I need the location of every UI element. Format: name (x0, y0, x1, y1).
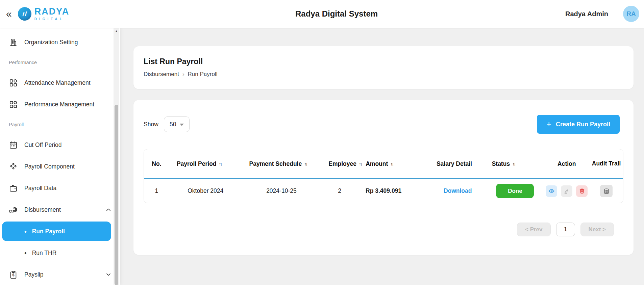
create-button-label: Create Run Payroll (556, 121, 610, 128)
sort-arrows-icon: ↑↓ (219, 161, 222, 166)
column-label: Employee (328, 160, 356, 167)
plus-icon: + (546, 120, 551, 128)
column-header-amount[interactable]: Amount ↑↓ (366, 160, 393, 167)
payslip-icon: $ (9, 270, 18, 279)
sidebar-item-label: Payslip (24, 271, 43, 278)
sidebar: Organization Setting Performance Attenda… (0, 28, 120, 285)
view-button[interactable] (546, 185, 557, 197)
delete-button[interactable] (576, 185, 588, 197)
svg-text:$: $ (13, 273, 15, 277)
column-label: Payment Schedule (249, 160, 302, 167)
eye-icon (548, 188, 555, 194)
table-row: 1 Oktober 2024 2024-10-25 2 Rp 3.409.091… (144, 179, 623, 203)
pagination: < Prev Next > (144, 223, 623, 236)
grid-icon (9, 78, 18, 87)
create-run-payroll-button[interactable]: + Create Run Payroll (537, 115, 620, 134)
column-label: Payroll Period (177, 160, 217, 167)
table-toolbar: Show 50 + Create Run Payroll (144, 115, 623, 134)
sidebar-section-payroll: Payroll (0, 115, 120, 134)
bullet-icon: • (24, 250, 27, 256)
show-label: Show (144, 121, 158, 128)
caret-down-icon (180, 124, 184, 126)
page-size-select[interactable]: 50 (164, 116, 190, 132)
scrollbar-thumb[interactable] (115, 105, 118, 285)
page-size-value: 50 (170, 121, 176, 128)
column-header-audit-trail: Audit Trail (590, 159, 623, 168)
scroll-up-arrow-icon[interactable]: ▲ (114, 29, 119, 33)
sidebar-item-label: Run THR (32, 250, 57, 257)
edit-button[interactable] (561, 185, 572, 197)
next-page-button[interactable]: Next > (580, 223, 614, 236)
sort-arrows-icon: ↑↓ (390, 161, 393, 166)
prev-page-button[interactable]: < Prev (517, 223, 551, 236)
page-title: List Run Payroll (144, 57, 623, 66)
page-header-card: List Run Payroll Disbursement › Run Payr… (133, 46, 634, 89)
app-header: « rl RADYA DIGITAL Radya Digital System … (0, 0, 644, 28)
sidebar-collapse-icon[interactable]: « (6, 9, 12, 19)
cell-payroll-period: Oktober 2024 (169, 187, 242, 195)
download-link[interactable]: Download (444, 187, 472, 195)
user-name: Radya Admin (565, 10, 608, 18)
app-title: Radya Digital System (295, 9, 378, 19)
sidebar-item-label: Performance Management (24, 101, 94, 108)
calendar-icon (9, 140, 18, 150)
sidebar-item-payroll-component[interactable]: Payroll Component (0, 156, 120, 177)
list-card: Show 50 + Create Run Payroll No. Payroll… (133, 100, 634, 255)
pencil-icon (564, 188, 570, 194)
sidebar-item-organization-setting[interactable]: Organization Setting (0, 31, 120, 53)
column-header-action: Action (544, 160, 590, 167)
trash-icon (579, 188, 585, 194)
breadcrumb-parent[interactable]: Disbursement (144, 71, 179, 78)
sidebar-item-label: Run Payroll (32, 228, 65, 235)
column-label: Status (492, 160, 510, 167)
sidebar-item-disbursement[interactable]: Disbursement (0, 199, 120, 221)
grid-icon (9, 100, 18, 109)
column-label: Amount (366, 160, 388, 167)
run-payroll-table: No. Payroll Period ↑↓ Payment Schedule ↑… (144, 149, 623, 203)
cell-amount: Rp 3.409.091 (358, 187, 429, 195)
breadcrumb-separator-icon: › (182, 71, 184, 78)
diamonds-icon (9, 162, 18, 171)
cell-payment-schedule: 2024-10-25 (242, 187, 321, 195)
sidebar-item-label: Cut Off Period (24, 141, 62, 149)
column-header-employee[interactable]: Employee ↑↓ (328, 160, 362, 167)
sidebar-item-performance-management[interactable]: Performance Management (0, 94, 120, 115)
chevron-down-icon (105, 271, 112, 278)
bullet-icon: • (24, 228, 27, 235)
sidebar-item-label: Payroll Data (24, 185, 56, 192)
cell-employee: 2 (321, 187, 358, 195)
sidebar-item-label: Payroll Component (24, 163, 75, 170)
hand-coins-icon (9, 205, 18, 214)
main-content: List Run Payroll Disbursement › Run Payr… (120, 28, 644, 285)
column-header-status[interactable]: Status ↑↓ (492, 160, 515, 167)
chevron-up-icon (105, 206, 112, 213)
sidebar-item-attendance-management[interactable]: Attendance Management (0, 72, 120, 94)
sidebar-item-label: Attendance Management (24, 79, 91, 86)
logo-subtitle: DIGITAL (34, 17, 70, 21)
clipboard-list-icon (603, 188, 610, 195)
sort-arrows-icon: ↑↓ (304, 161, 307, 166)
sidebar-subitem-run-thr[interactable]: • Run THR (0, 242, 120, 264)
sidebar-subitem-run-payroll[interactable]: • Run Payroll (2, 222, 111, 241)
sidebar-scrollbar[interactable]: ▲ (114, 28, 119, 285)
building-icon (9, 38, 18, 47)
column-header-salary-detail: Salary Detail (429, 160, 487, 167)
sidebar-item-label: Disbursement (24, 206, 61, 213)
sidebar-section-performance: Performance (0, 53, 120, 72)
sidebar-item-cut-off-period[interactable]: Cut Off Period (0, 134, 120, 156)
sidebar-item-payroll-data[interactable]: Payroll Data (0, 177, 120, 199)
audit-trail-button[interactable] (600, 185, 613, 197)
sidebar-item-label: Organization Setting (24, 39, 78, 46)
logo-monogram: rl (18, 7, 31, 21)
page-number-input[interactable] (556, 223, 575, 236)
table-header-row: No. Payroll Period ↑↓ Payment Schedule ↑… (144, 149, 623, 179)
column-header-payment-schedule[interactable]: Payment Schedule ↑↓ (249, 160, 307, 167)
user-avatar[interactable]: RA (623, 6, 639, 22)
breadcrumb-current: Run Payroll (188, 71, 218, 78)
sort-arrows-icon: ↑↓ (512, 161, 515, 166)
cell-no: 1 (144, 187, 169, 195)
sidebar-item-payslip[interactable]: $ Payslip (0, 264, 120, 285)
column-header-payroll-period[interactable]: Payroll Period ↑↓ (177, 160, 222, 167)
column-header-no: No. (144, 160, 169, 167)
wallet-icon (9, 184, 18, 193)
